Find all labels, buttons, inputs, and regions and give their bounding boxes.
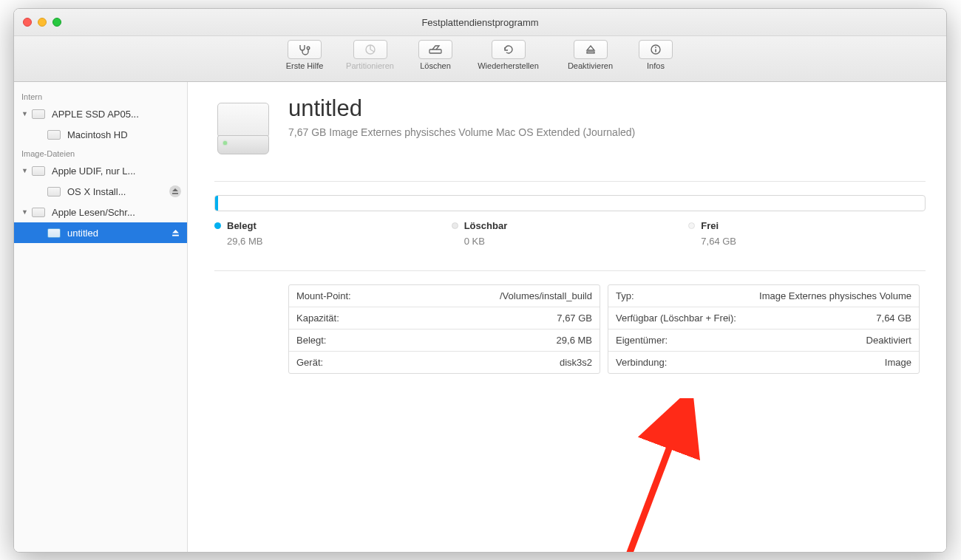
divider	[214, 270, 926, 271]
info-button[interactable]: Infos	[630, 40, 682, 70]
disclosure-icon[interactable]: ▼	[21, 110, 30, 117]
restore-icon	[492, 40, 526, 59]
titlebar: Festplattendienstprogramm	[14, 9, 946, 36]
sidebar-item-udif[interactable]: ▼ Apple UDIF, nur L...	[14, 160, 187, 181]
sidebar-item-macintosh-hd[interactable]: Macintosh HD	[14, 124, 187, 145]
hdd-icon	[47, 225, 61, 240]
info-icon	[639, 40, 673, 59]
sidebar-header-images: Image-Dateien	[14, 145, 187, 160]
svg-rect-7	[172, 234, 179, 236]
volume-icon	[214, 100, 272, 157]
eject-icon	[574, 40, 608, 59]
hdd-icon	[47, 184, 61, 199]
svg-point-0	[307, 47, 310, 49]
close-button[interactable]	[23, 18, 32, 27]
erase-icon	[418, 40, 452, 59]
toolbar: Erste Hilfe Partitionieren Löschen Wiede…	[14, 36, 946, 82]
volume-title: untitled	[288, 95, 635, 122]
sidebar: Intern ▼ APPLE SSD AP05... Macintosh HD …	[14, 82, 188, 553]
legend-purge-label: Löschbar	[464, 220, 508, 231]
svg-rect-2	[429, 49, 441, 53]
dot-free-icon	[688, 222, 695, 229]
info-table-right: Typ:Image Externes physisches Volume Ver…	[608, 284, 920, 374]
legend-used-label: Belegt	[227, 220, 257, 231]
hdd-icon	[31, 205, 46, 219]
erase-button[interactable]: Löschen	[410, 40, 461, 70]
dot-purgeable-icon	[452, 222, 458, 229]
sidebar-item-osx-install[interactable]: OS X Install...	[14, 181, 187, 202]
restore-button[interactable]: Wiederherstellen	[466, 40, 551, 70]
legend-free-label: Frei	[701, 220, 719, 231]
dot-used-icon	[214, 222, 221, 229]
svg-rect-3	[587, 52, 594, 53]
eject-icon[interactable]	[169, 185, 181, 197]
legend-free-value: 7,64 GB	[701, 236, 926, 247]
first-aid-button[interactable]: Erste Hilfe	[279, 40, 330, 70]
eject-icon[interactable]	[169, 227, 181, 239]
mount-point-value: /Volumes/install_build	[500, 290, 592, 301]
divider	[214, 181, 926, 182]
volume-subtitle: 7,67 GB Image Externes physisches Volume…	[288, 126, 635, 138]
sidebar-item-untitled[interactable]: untitled	[14, 222, 187, 243]
sidebar-item-ssd[interactable]: ▼ APPLE SSD AP05...	[14, 103, 187, 124]
pie-icon	[353, 40, 387, 59]
disclosure-icon[interactable]: ▼	[21, 167, 30, 174]
legend-used-value: 29,6 MB	[227, 236, 452, 247]
unmount-button[interactable]: Deaktivieren	[555, 40, 625, 70]
svg-point-5	[655, 47, 656, 48]
hdd-icon	[47, 127, 61, 142]
stethoscope-icon	[288, 40, 322, 59]
usage-bar	[214, 195, 926, 211]
disclosure-icon[interactable]: ▼	[21, 208, 30, 216]
sidebar-header-internal: Intern	[14, 88, 187, 103]
zoom-button[interactable]	[52, 18, 61, 27]
usage-segment-used	[215, 196, 218, 211]
info-table-left: Mount-Point:/Volumes/install_build Kapaz…	[288, 284, 600, 374]
window-controls	[23, 18, 61, 27]
legend-purge-value: 0 KB	[464, 236, 689, 247]
window-title: Festplattendienstprogramm	[14, 17, 946, 28]
sidebar-item-lesen-schreiben[interactable]: ▼ Apple Lesen/Schr...	[14, 202, 187, 222]
svg-rect-6	[172, 193, 178, 194]
hdd-icon	[31, 163, 46, 178]
disk-utility-window: Festplattendienstprogramm Erste Hilfe Pa…	[13, 8, 947, 553]
partition-button: Partitionieren	[335, 40, 405, 70]
svg-line-8	[624, 412, 683, 553]
annotation-arrow-icon	[609, 398, 713, 553]
minimize-button[interactable]	[38, 18, 47, 27]
content-pane: untitled 7,67 GB Image Externes physisch…	[188, 82, 946, 553]
usage-legend: Belegt 29,6 MB Löschbar 0 KB Frei 7,64 G…	[214, 220, 926, 247]
hdd-icon	[31, 106, 46, 121]
